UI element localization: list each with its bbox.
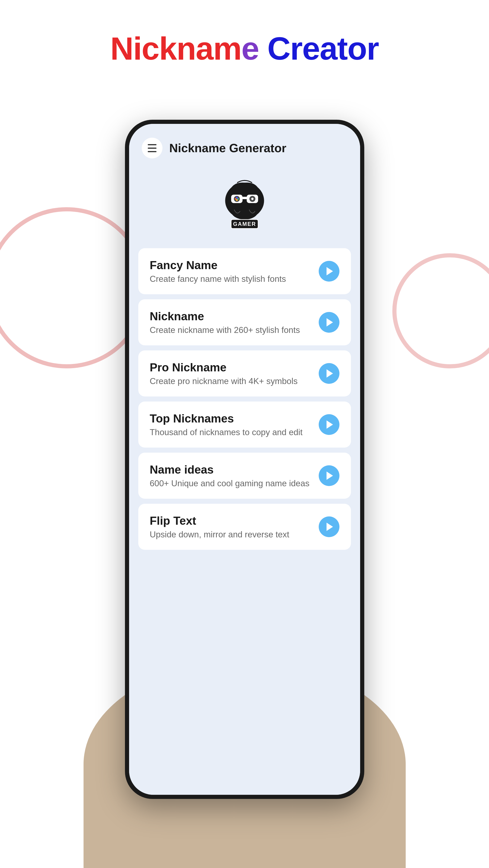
svg-rect-11 <box>252 198 253 200</box>
chevron-right-icon <box>327 471 333 480</box>
flip-text-desc: Upside down, mirror and reverse text <box>150 530 319 539</box>
name-ideas-title: Name ideas <box>150 463 319 476</box>
nickname-title: Nickname <box>150 310 319 323</box>
name-ideas-text: Name ideas 600+ Unique and cool gaming n… <box>150 463 319 488</box>
hamburger-icon <box>148 144 157 152</box>
flip-text-title: Flip Text <box>150 514 319 527</box>
pro-nickname-text: Pro Nickname Create pro nickname with 4K… <box>150 361 319 386</box>
title-m: e <box>241 30 259 66</box>
page-title: Nickname Creator <box>0 30 489 67</box>
top-nicknames-desc: Thousand of nicknames to copy and edit <box>150 428 319 437</box>
title-creator: Creator <box>259 30 379 66</box>
bg-decoration-curve2 <box>392 253 489 368</box>
top-nicknames-button[interactable] <box>319 414 339 435</box>
gamer-logo-area: GAMER <box>129 165 360 244</box>
menu-items-list: Fancy Name Create fancy name with stylis… <box>129 244 360 795</box>
top-nicknames-text: Top Nicknames Thousand of nicknames to c… <box>150 412 319 437</box>
svg-point-7 <box>236 197 238 199</box>
fancy-name-title: Fancy Name <box>150 258 319 272</box>
fancy-name-item[interactable]: Fancy Name Create fancy name with stylis… <box>138 248 351 294</box>
nickname-item[interactable]: Nickname Create nickname with 260+ styli… <box>138 299 351 345</box>
svg-point-8 <box>236 199 238 201</box>
chevron-right-icon <box>327 523 333 531</box>
title-nickname: Nicknam <box>110 30 241 66</box>
app-topbar: Nickname Generator <box>129 124 360 165</box>
top-nicknames-title: Top Nicknames <box>150 412 319 425</box>
name-ideas-button[interactable] <box>319 465 339 486</box>
flip-text-button[interactable] <box>319 517 339 537</box>
flip-text-item[interactable]: Flip Text Upside down, mirror and revers… <box>138 504 351 550</box>
name-ideas-item[interactable]: Name ideas 600+ Unique and cool gaming n… <box>138 453 351 499</box>
nickname-text: Nickname Create nickname with 260+ styli… <box>150 310 319 335</box>
svg-text:GAMER: GAMER <box>233 221 256 227</box>
flip-text-text: Flip Text Upside down, mirror and revers… <box>150 514 319 539</box>
fancy-name-desc: Create fancy name with stylish fonts <box>150 274 319 284</box>
pro-nickname-desc: Create pro nickname with 4K+ symbols <box>150 376 319 386</box>
phone-screen: Nickname Generator <box>129 124 360 795</box>
fancy-name-text: Fancy Name Create fancy name with stylis… <box>150 258 319 284</box>
name-ideas-desc: 600+ Unique and cool gaming name ideas <box>150 479 319 488</box>
nickname-desc: Create nickname with 260+ stylish fonts <box>150 325 319 335</box>
fancy-name-button[interactable] <box>319 261 339 282</box>
hamburger-menu-button[interactable] <box>142 138 162 158</box>
pro-nickname-button[interactable] <box>319 363 339 384</box>
svg-rect-3 <box>242 197 247 199</box>
phone-mockup: Nickname Generator <box>125 120 364 799</box>
top-nicknames-item[interactable]: Top Nicknames Thousand of nicknames to c… <box>138 402 351 447</box>
chevron-right-icon <box>327 421 333 429</box>
gamer-logo-svg: GAMER <box>215 172 274 232</box>
app-title: Nickname Generator <box>169 141 287 155</box>
nickname-button[interactable] <box>319 312 339 333</box>
pro-nickname-title: Pro Nickname <box>150 361 319 374</box>
chevron-right-icon <box>327 369 333 378</box>
chevron-right-icon <box>327 267 333 275</box>
chevron-right-icon <box>327 318 333 327</box>
pro-nickname-item[interactable]: Pro Nickname Create pro nickname with 4K… <box>138 350 351 397</box>
